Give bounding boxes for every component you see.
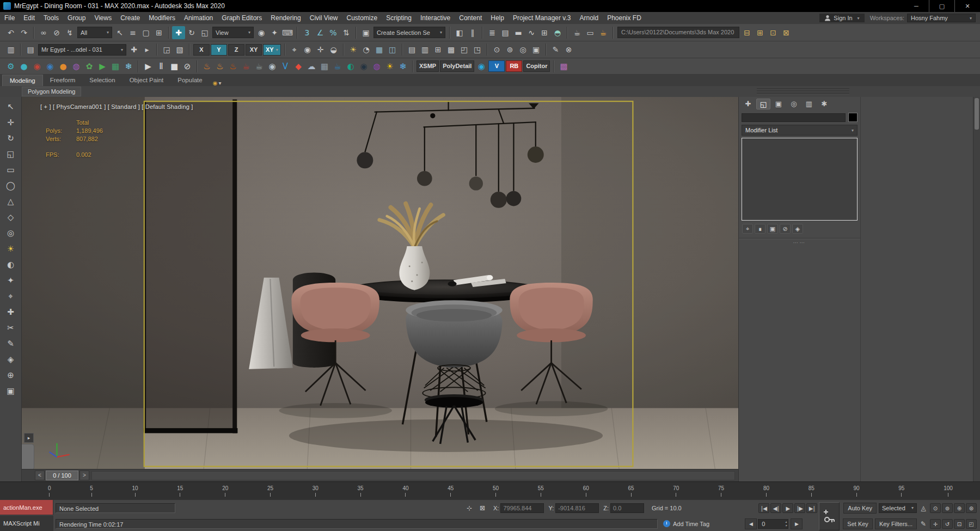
add-time-tag-button[interactable]: Add Time Tag <box>673 521 709 527</box>
angle-snap-icon[interactable]: ∠ <box>314 26 327 39</box>
render-setup-icon[interactable]: ☕ <box>571 26 584 39</box>
layout-split-icon[interactable]: ◳ <box>471 43 484 56</box>
grid-icon[interactable]: ▣ <box>3 383 19 399</box>
maximize-button[interactable]: ▢ <box>929 0 955 12</box>
hierarchy-tab[interactable]: ▣ <box>771 99 786 109</box>
current-frame-field[interactable]: 0 ▴▾ <box>758 519 788 529</box>
mirror-icon[interactable]: ◧ <box>453 26 466 39</box>
modify-tab[interactable]: ◱ <box>756 99 770 109</box>
play-animation-icon[interactable]: ▶ <box>142 60 155 73</box>
grid-display-icon[interactable]: ▦ <box>373 43 386 56</box>
move-tool-icon[interactable]: ✛ <box>3 115 19 131</box>
axis-x-button[interactable]: X <box>193 44 210 56</box>
go-to-start-button[interactable]: |◀ <box>758 503 769 513</box>
panels-display-icon[interactable]: ◫ <box>386 43 399 56</box>
light-icon[interactable]: ☀ <box>3 241 19 257</box>
placement-tool-icon[interactable]: ⌖ <box>288 43 301 56</box>
coord-z-field[interactable]: 0.0 <box>610 503 644 513</box>
viewport-canvas[interactable]: [ + ] [ PhysCamera001 ] [ Standard ] [ D… <box>22 97 738 469</box>
polygon-modeling-panel-button[interactable]: Polygon Modeling <box>22 87 81 96</box>
select-and-rotate-icon[interactable]: ↻ <box>185 26 198 39</box>
ribbon-tab-populate[interactable]: Populate <box>170 75 209 86</box>
menu-views[interactable]: Views <box>90 12 116 24</box>
plugin-snowflake-icon[interactable]: ❄ <box>122 60 135 73</box>
annotate-icon[interactable]: ✎ <box>549 43 562 56</box>
half-sphere-icon[interactable]: ◐ <box>344 60 357 73</box>
diamond-plugin-icon[interactable]: ◆ <box>292 60 305 73</box>
xsmp-button[interactable]: XSMP <box>416 60 439 72</box>
time-slider-prev-button[interactable]: < <box>35 471 45 480</box>
selection-lock-icon[interactable]: ⊠ <box>477 503 488 513</box>
orbit-mode-icon[interactable]: ⊚ <box>504 43 517 56</box>
create-tab[interactable]: ✚ <box>741 99 755 109</box>
menu-animation[interactable]: Animation <box>180 12 217 24</box>
zoom-extents-icon[interactable]: ⊕ <box>954 503 965 513</box>
timeline-ruler[interactable]: 0510152025303540455055606570758085909510… <box>0 481 980 500</box>
cut-icon[interactable]: ✂ <box>3 320 19 336</box>
project-path-field[interactable]: C:\Users\20122\Documents\3ds Max 2020 <box>617 27 739 38</box>
viewport-layout-tab[interactable] <box>22 444 34 469</box>
axis-z-button[interactable]: Z <box>228 44 244 56</box>
vray-logo-button[interactable]: V <box>488 60 505 72</box>
menu-create[interactable]: Create <box>116 12 144 24</box>
ribbon-tab-object-paint[interactable]: Object Paint <box>122 75 171 86</box>
percent-snap-icon[interactable]: % <box>327 26 340 39</box>
select-object-icon[interactable]: ↖ <box>113 26 126 39</box>
panel-scrollbar-thumb[interactable] <box>975 98 979 130</box>
dark-ball-icon[interactable]: ◉ <box>357 60 370 73</box>
coord-y-field[interactable]: -9014.816 <box>555 503 599 513</box>
cloud-plugin-icon[interactable]: ☁ <box>305 60 318 73</box>
modifier-list-dropdown[interactable]: Modifier List ▾ <box>742 125 857 136</box>
menu-file[interactable]: File <box>0 12 19 24</box>
rollout-resize-handle[interactable]: ⋯⋯ <box>739 239 860 247</box>
select-and-manipulate-icon[interactable]: ✦ <box>268 26 281 39</box>
axis-y-button[interactable]: Y <box>211 44 227 56</box>
undo-icon[interactable]: ↶ <box>4 26 17 39</box>
phoenix-flame2-icon[interactable]: ♨ <box>213 60 226 73</box>
camera-toggle-icon[interactable]: ◔ <box>360 43 373 56</box>
rectangular-selection-region-icon[interactable]: ▢ <box>139 26 152 39</box>
plugin-gear-icon[interactable]: ⚙ <box>4 60 17 73</box>
target-icon[interactable]: ◎ <box>3 225 19 241</box>
cone-primitive-icon[interactable]: △ <box>3 194 19 210</box>
menu-customize[interactable]: Customize <box>342 12 382 24</box>
material-editor-icon[interactable]: ◓ <box>551 26 564 39</box>
time-slider-handle[interactable]: 0 / 100 <box>46 471 78 480</box>
named-selection-sets-dropdown[interactable]: Create Selection Se▾ <box>373 27 445 38</box>
schematic-view-icon[interactable]: ⊞ <box>538 26 551 39</box>
toggle-layer-explorer-icon[interactable]: ▤ <box>499 26 512 39</box>
go-to-end-button[interactable]: ▶| <box>806 503 817 513</box>
menu-content[interactable]: Content <box>455 12 486 24</box>
phoenix-flame-icon[interactable]: ♨ <box>200 60 213 73</box>
pin-stack-icon[interactable]: ⌖ <box>742 224 753 234</box>
menu-project-manager-v-3[interactable]: Project Manager v.3 <box>509 12 575 24</box>
object-color-swatch[interactable] <box>848 113 857 122</box>
previous-key-button[interactable]: ◀ <box>745 518 757 529</box>
pause-animation-icon[interactable]: Ⅱ <box>155 60 168 73</box>
copitor-button[interactable]: Copitor <box>523 60 550 72</box>
curve-editor-icon[interactable]: ∿ <box>525 26 538 39</box>
plugin-arrow-icon[interactable]: ▶ <box>96 60 109 73</box>
maxscript-listener-field[interactable]: MAXScript Mi <box>0 516 53 531</box>
display-toggle-icon[interactable]: ◲ <box>160 43 173 56</box>
next-key-button[interactable]: ▶ <box>791 518 803 529</box>
menu-rendering[interactable]: Rendering <box>266 12 305 24</box>
frame-spinner[interactable]: ▴▾ <box>785 520 787 528</box>
file-link-manager-icon[interactable]: ⊠ <box>780 26 793 39</box>
coord-x-field[interactable]: 79965.844 <box>500 503 544 513</box>
sign-in-button[interactable]: Sign In ▾ <box>819 14 864 22</box>
time-slider-track[interactable] <box>91 471 735 480</box>
asset-tracking-icon[interactable]: ⊡ <box>767 26 780 39</box>
menu-phoenix-fd[interactable]: Phoenix FD <box>603 12 646 24</box>
reference-coordinate-dropdown[interactable]: View▾ <box>212 27 254 38</box>
rotate-tool-icon[interactable]: ↻ <box>3 131 19 147</box>
star-icon[interactable]: ✦ <box>3 273 19 289</box>
maximize-viewport-icon[interactable]: ◰ <box>966 519 977 529</box>
plugin-flower-icon[interactable]: ✿ <box>83 60 96 73</box>
axis-xy-button[interactable]: XY <box>246 44 262 56</box>
plugin-purple-icon[interactable]: ◍ <box>70 60 83 73</box>
sphere-primitive-icon[interactable]: ◯ <box>3 178 19 194</box>
toggle-ribbon-icon[interactable]: ▬ <box>512 26 525 39</box>
isolate-selection-icon[interactable]: ▧ <box>173 43 186 56</box>
plugin-red-ball-icon[interactable]: ◉ <box>30 60 44 73</box>
